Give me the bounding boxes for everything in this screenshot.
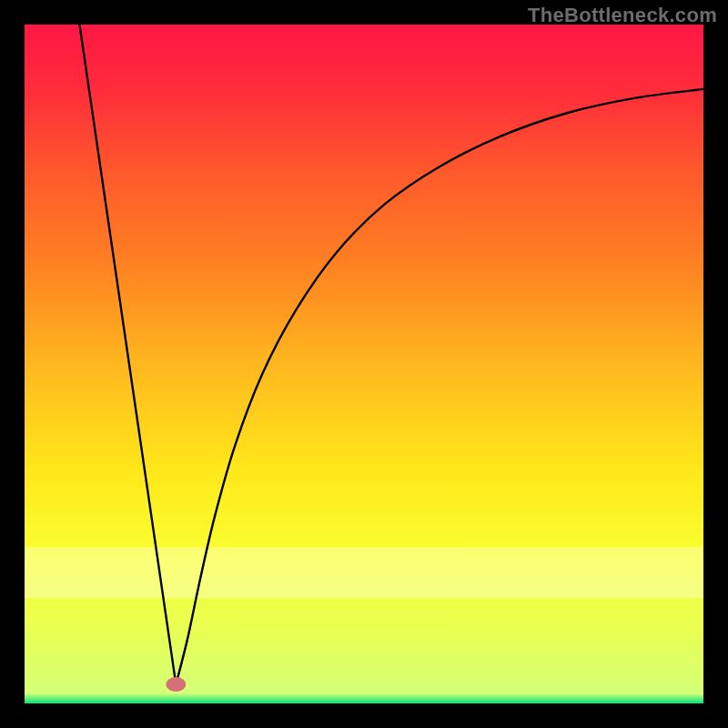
chart-svg (25, 25, 703, 703)
optimal-point-marker (166, 677, 186, 692)
highlight-band (25, 547, 703, 598)
chart-plot-area (25, 25, 703, 703)
chart-frame: TheBottleneck.com (0, 0, 728, 728)
gradient-background (25, 25, 703, 703)
watermark-label: TheBottleneck.com (528, 4, 717, 27)
